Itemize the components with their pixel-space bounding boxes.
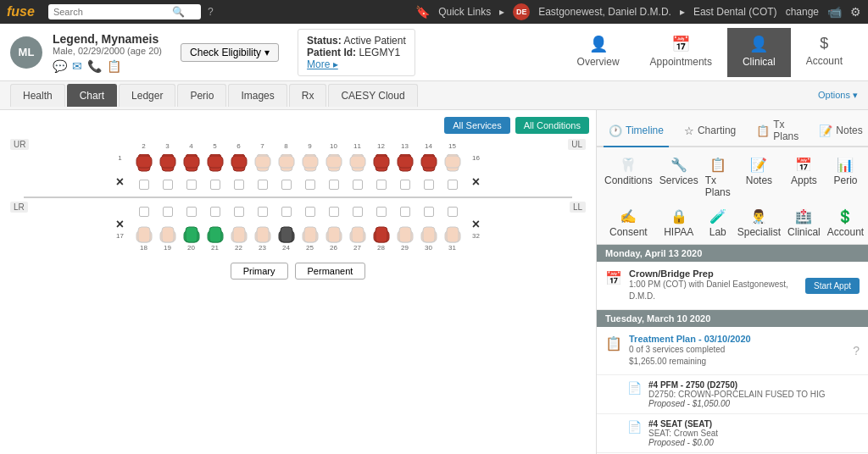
grid-services[interactable]: 🔧Services	[657, 152, 701, 202]
tab-ledger[interactable]: Ledger	[119, 84, 175, 107]
nav-item-clinical[interactable]: 👤 Clinical	[727, 28, 791, 77]
tooth-13[interactable]: 13	[394, 142, 416, 190]
permanent-button[interactable]: Permanent	[295, 263, 366, 280]
tooth-checkbox-27[interactable]	[353, 207, 363, 217]
grid-notes[interactable]: 📝Notes	[735, 152, 783, 202]
tooth-3[interactable]: 3	[157, 142, 179, 190]
tooth-checkbox-26[interactable]	[329, 207, 339, 217]
tooth-checkbox-9[interactable]	[305, 180, 315, 190]
tooth-checkbox-29[interactable]	[400, 207, 410, 217]
status-more-link[interactable]: More ▸	[307, 58, 338, 70]
tooth-23[interactable]: 23	[252, 205, 274, 252]
grid-tx-plans[interactable]: 📋Tx Plans	[703, 152, 733, 202]
grid-clinical[interactable]: 🏥Clinical	[785, 204, 823, 242]
tooth-20[interactable]: 20	[181, 205, 203, 252]
tooth-checkbox-18[interactable]	[139, 207, 149, 217]
tooth-24[interactable]: 24	[275, 205, 298, 252]
tab-caesy[interactable]: CAESY Cloud	[328, 84, 417, 107]
tooth-31[interactable]: 31	[442, 205, 464, 252]
tooth-4[interactable]: 4	[181, 142, 203, 190]
tooth-checkbox-19[interactable]	[163, 207, 173, 217]
tooth-16[interactable]: 16×	[465, 154, 487, 190]
grid-hipaa[interactable]: 🔒HIPAA	[657, 204, 701, 242]
chat-icon[interactable]: 💬	[53, 59, 67, 73]
tab-rx[interactable]: Rx	[289, 84, 327, 107]
tooth-18[interactable]: 18	[133, 205, 155, 252]
tooth-checkbox-7[interactable]	[258, 180, 268, 190]
grid-perio[interactable]: 📊Perio	[825, 152, 866, 202]
right-tab-timeline[interactable]: 🕐 Timeline	[604, 115, 669, 147]
all-conditions-button[interactable]: All Conditions	[515, 117, 589, 134]
video-icon[interactable]: 📹	[827, 5, 842, 19]
tooth-checkbox-2[interactable]	[139, 180, 149, 190]
tooth-checkbox-4[interactable]	[186, 180, 197, 190]
tooth-28[interactable]: 28	[370, 205, 392, 252]
tooth-12[interactable]: 12	[370, 142, 392, 190]
tooth-checkbox-5[interactable]	[210, 180, 220, 190]
right-tab-notes[interactable]: 📝 Notes	[814, 115, 867, 147]
tooth-checkbox-3[interactable]	[163, 180, 173, 190]
grid-consent[interactable]: ✍Consent	[602, 204, 655, 242]
tooth-1[interactable]: 1×	[109, 154, 131, 190]
change-link[interactable]: change	[786, 6, 819, 18]
right-tab-charting[interactable]: ☆ Charting	[679, 115, 741, 147]
quick-links[interactable]: Quick Links	[438, 6, 491, 18]
eligibility-button[interactable]: Check Eligibility ▾	[181, 43, 279, 62]
tooth-8[interactable]: 8	[275, 142, 298, 190]
treatment-plan-badge[interactable]: ?	[853, 344, 860, 357]
tooth-27[interactable]: 27	[347, 205, 369, 252]
tab-chart[interactable]: Chart	[67, 84, 117, 107]
tooth-29[interactable]: 29	[394, 205, 416, 252]
start-appt-button-1[interactable]: Start Appt	[805, 278, 860, 294]
tooth-9[interactable]: 9	[299, 142, 321, 190]
tooth-checkbox-21[interactable]	[210, 207, 220, 217]
search-bar[interactable]: 🔍	[48, 4, 201, 19]
tooth-22[interactable]: 22	[228, 205, 250, 252]
tooth-21[interactable]: 21	[204, 205, 226, 252]
tooth-6[interactable]: 6	[228, 142, 250, 190]
tooth-checkbox-12[interactable]	[376, 180, 387, 190]
right-tab-txplans[interactable]: 📋 Tx Plans	[751, 115, 804, 147]
grid-specialist[interactable]: 👨‍⚕️Specialist	[735, 204, 783, 242]
tooth-checkbox-13[interactable]	[400, 180, 410, 190]
grid-appts[interactable]: 📅Appts	[785, 152, 823, 202]
tooth-26[interactable]: 26	[323, 205, 345, 252]
help-icon[interactable]: ?	[208, 6, 214, 18]
tooth-14[interactable]: 14	[418, 142, 440, 190]
tooth-32[interactable]: ×32	[465, 205, 487, 241]
phone-icon[interactable]: 📞	[87, 59, 102, 73]
tooth-30[interactable]: 30	[418, 205, 440, 252]
nav-item-account[interactable]: $ Account	[791, 28, 858, 77]
grid-account[interactable]: 💲Account	[825, 204, 866, 242]
tooth-11[interactable]: 11	[347, 142, 369, 190]
email-icon[interactable]: ✉	[72, 59, 82, 73]
all-services-button[interactable]: All Services	[444, 117, 509, 134]
tooth-checkbox-23[interactable]	[258, 207, 268, 217]
tooth-25[interactable]: 25	[299, 205, 321, 252]
settings-icon[interactable]: ⚙	[850, 5, 861, 19]
tooth-checkbox-11[interactable]	[353, 180, 363, 190]
grid-lab[interactable]: 🧪Lab	[703, 204, 733, 242]
tab-images[interactable]: Images	[228, 84, 287, 107]
nav-item-overview[interactable]: 👤 Overview	[562, 28, 635, 77]
tooth-7[interactable]: 7	[252, 142, 274, 190]
tooth-checkbox-15[interactable]	[448, 180, 458, 190]
search-input[interactable]	[53, 7, 172, 17]
tooth-checkbox-20[interactable]	[186, 207, 197, 217]
tooth-checkbox-31[interactable]	[448, 207, 458, 217]
clipboard-icon[interactable]: 📋	[107, 59, 121, 73]
tab-perio[interactable]: Perio	[177, 84, 226, 107]
tooth-checkbox-28[interactable]	[376, 207, 387, 217]
tooth-checkbox-10[interactable]	[329, 180, 339, 190]
primary-button[interactable]: Primary	[231, 263, 288, 280]
tooth-10[interactable]: 10	[323, 142, 345, 190]
tooth-checkbox-6[interactable]	[234, 180, 244, 190]
tooth-17[interactable]: ×17	[109, 205, 131, 241]
treatment-plan-title[interactable]: Treatment Plan - 03/10/2020	[629, 334, 846, 344]
tooth-checkbox-30[interactable]	[424, 207, 434, 217]
tooth-19[interactable]: 19	[157, 205, 179, 252]
tab-health[interactable]: Health	[10, 84, 65, 107]
tooth-checkbox-14[interactable]	[424, 180, 434, 190]
tooth-checkbox-25[interactable]	[305, 207, 315, 217]
grid-conditions[interactable]: 🦷Conditions	[602, 152, 655, 202]
